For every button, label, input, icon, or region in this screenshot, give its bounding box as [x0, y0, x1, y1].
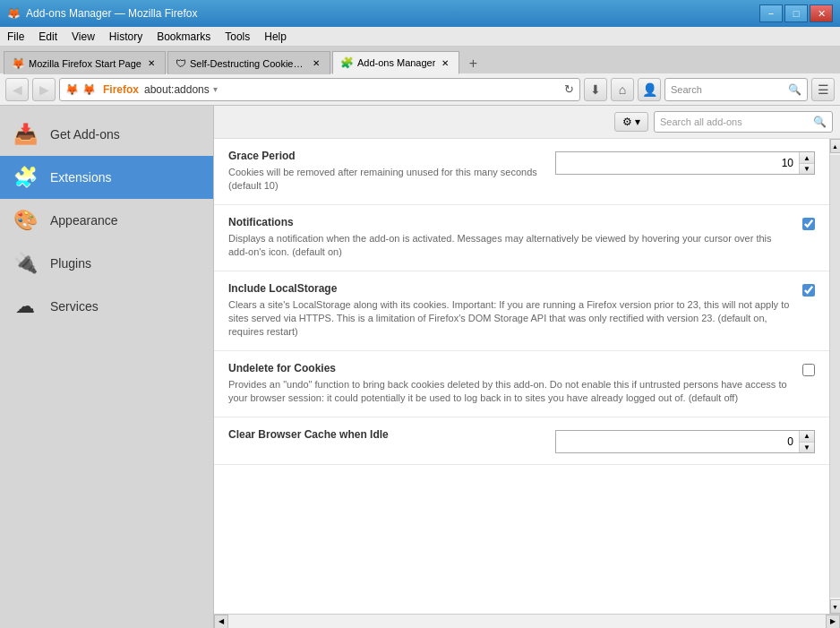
minimize-button[interactable]: − [759, 4, 783, 22]
title-bar: 🦊 Add-ons Manager — Mozilla Firefox − □ … [0, 0, 840, 27]
menu-button[interactable]: ☰ [811, 78, 835, 101]
nav-bar: ◀ ▶ 🦊 🦊 Firefox about:addons ▾ ↻ ⬇ ⌂ 👤 S… [0, 73, 840, 106]
scroll-left-button[interactable]: ◀ [214, 615, 228, 629]
grace-period-spinner[interactable]: ▲ ▼ [555, 151, 815, 175]
clear-cache-spinner[interactable]: ▲ ▼ [555, 430, 815, 453]
account-button[interactable]: 👤 [638, 78, 661, 101]
sidebar-item-plugins[interactable]: 🔌 Plugins [0, 242, 213, 285]
url-brand-label: 🦊 [82, 83, 96, 96]
url-dropdown-icon[interactable]: ▾ [213, 84, 218, 94]
addon-search-placeholder: Search all add-ons [660, 116, 813, 127]
extensions-icon: 🧩 [11, 163, 39, 192]
menu-help[interactable]: Help [257, 27, 294, 46]
sidebar-item-services[interactable]: ☁ Services [0, 285, 213, 328]
settings-scroll[interactable]: Grace Period Cookies will be removed aft… [214, 139, 829, 614]
clear-cache-input[interactable] [556, 433, 799, 451]
tab-firefox[interactable]: 🦊 Mozilla Firefox Start Page ✕ [4, 51, 166, 74]
clear-cache-spinner-arrows: ▲ ▼ [799, 431, 814, 452]
sidebar-item-get-addons[interactable]: 📥 Get Add-ons [0, 113, 213, 156]
sidebar: 📥 Get Add-ons 🧩 Extensions 🎨 Appearance … [0, 106, 213, 628]
main-area: 📥 Get Add-ons 🧩 Extensions 🎨 Appearance … [0, 106, 840, 628]
tab-cookies[interactable]: 🛡 Self-Destructing Cookies -- Sur... ✕ [167, 51, 330, 74]
new-tab-button[interactable]: + [461, 54, 484, 73]
get-addons-icon: 📥 [11, 120, 39, 149]
scroll-down-button[interactable]: ▼ [830, 599, 841, 614]
back-button[interactable]: ◀ [5, 78, 29, 101]
menu-history[interactable]: History [102, 27, 150, 46]
notifications-checkbox[interactable] [802, 218, 815, 230]
spinner-up-arrow[interactable]: ▲ [800, 152, 814, 163]
services-icon: ☁ [11, 292, 39, 321]
clear-browser-cache-title: Clear Browser Cache when Idle [228, 428, 544, 441]
scroll-up-button[interactable]: ▲ [830, 139, 841, 153]
addon-search-bar[interactable]: Search all add-ons 🔍 [654, 111, 833, 133]
menu-view[interactable]: View [64, 27, 102, 46]
sidebar-extensions-label: Extensions [50, 170, 111, 185]
nav-search-bar[interactable]: Search 🔍 [664, 78, 808, 101]
tab-addons-close[interactable]: ✕ [439, 56, 451, 69]
clear-browser-cache-label-col: Clear Browser Cache when Idle [228, 428, 544, 444]
tab-bar: 🦊 Mozilla Firefox Start Page ✕ 🛡 Self-De… [0, 47, 840, 73]
url-bar[interactable]: 🦊 🦊 Firefox about:addons ▾ ↻ [59, 78, 580, 101]
grace-period-title: Grace Period [228, 150, 544, 162]
close-button[interactable]: ✕ [810, 4, 833, 22]
tab-addons-icon: 🧩 [340, 56, 354, 69]
clear-browser-cache-row: Clear Browser Cache when Idle ▲ ▼ [214, 417, 829, 465]
spinner-down-arrow[interactable]: ▼ [800, 163, 814, 174]
notifications-control [802, 216, 815, 230]
forward-button[interactable]: ▶ [32, 78, 56, 101]
plugins-icon: 🔌 [11, 249, 39, 278]
h-scroll-track [228, 615, 826, 628]
clear-cache-spinner-up[interactable]: ▲ [800, 431, 814, 442]
scroll-thumb[interactable] [830, 155, 841, 598]
undelete-cookies-desc: Provides an "undo" function to bring bac… [228, 378, 792, 406]
spinner-arrows: ▲ ▼ [799, 152, 814, 174]
clear-cache-spinner-down[interactable]: ▼ [800, 442, 814, 452]
horizontal-scrollbar[interactable]: ◀ ▶ [214, 614, 840, 628]
include-localstorage-title: Include LocalStorage [228, 282, 792, 295]
window-title: Add-ons Manager — Mozilla Firefox [26, 7, 197, 20]
vertical-scrollbar[interactable]: ▲ ▼ [829, 139, 840, 614]
notifications-desc: Displays a notification when the add-on … [228, 232, 792, 260]
menu-bookmarks[interactable]: Bookmarks [150, 27, 218, 46]
sidebar-item-extensions[interactable]: 🧩 Extensions [0, 156, 213, 199]
firefox-brand: Firefox [103, 83, 139, 96]
tab-addons-label: Add-ons Manager [357, 57, 435, 68]
tab-cookies-close[interactable]: ✕ [310, 57, 322, 70]
firefox-logo-icon: 🦊 [7, 7, 21, 20]
tab-firefox-icon: 🦊 [12, 57, 25, 70]
download-button[interactable]: ⬇ [584, 78, 607, 101]
undelete-cookies-label-col: Undelete for Cookies Provides an "undo" … [228, 362, 792, 406]
grace-period-row: Grace Period Cookies will be removed aft… [214, 139, 829, 205]
menu-file[interactable]: File [0, 27, 31, 46]
include-localstorage-row: Include LocalStorage Clears a site's Loc… [214, 271, 829, 351]
notifications-title: Notifications [228, 216, 792, 228]
sidebar-item-appearance[interactable]: 🎨 Appearance [0, 199, 213, 242]
sidebar-plugins-label: Plugins [50, 256, 91, 271]
addon-search-icon: 🔍 [813, 116, 827, 128]
home-button[interactable]: ⌂ [611, 78, 634, 101]
grace-period-desc: Cookies will be removed after remaining … [228, 166, 544, 194]
nav-search-placeholder: Search [671, 84, 788, 95]
refresh-button[interactable]: ↻ [564, 82, 574, 96]
maximize-button[interactable]: □ [784, 4, 808, 22]
undelete-cookies-control [802, 362, 815, 376]
tab-firefox-close[interactable]: ✕ [145, 57, 158, 70]
tab-cookies-label: Self-Destructing Cookies -- Sur... [190, 58, 306, 69]
sidebar-appearance-label: Appearance [50, 213, 118, 228]
include-localstorage-label-col: Include LocalStorage Clears a site's Loc… [228, 282, 792, 340]
grace-period-label-col: Grace Period Cookies will be removed aft… [228, 150, 544, 194]
include-localstorage-checkbox[interactable] [802, 284, 815, 297]
url-favicon-icon: 🦊 [65, 83, 79, 96]
gear-button[interactable]: ⚙ ▾ [614, 112, 648, 132]
scroll-right-button[interactable]: ▶ [826, 615, 840, 629]
grace-period-input[interactable] [556, 154, 799, 172]
tab-addons[interactable]: 🧩 Add-ons Manager ✕ [332, 51, 459, 74]
menu-tools[interactable]: Tools [218, 27, 257, 46]
menu-edit[interactable]: Edit [31, 27, 64, 46]
url-text: about:addons [144, 83, 210, 96]
gear-arrow-icon: ▾ [635, 116, 640, 128]
undelete-cookies-checkbox[interactable] [802, 364, 815, 376]
tab-cookies-icon: 🛡 [176, 57, 186, 70]
sidebar-get-addons-label: Get Add-ons [50, 127, 120, 142]
